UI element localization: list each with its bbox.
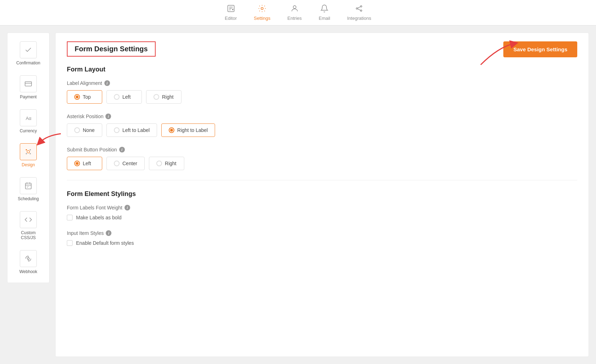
radio-dot-inner (170, 129, 173, 132)
radio-dot-inner (76, 162, 79, 165)
svg-point-7 (360, 6, 362, 7)
label-alignment-options: Top Left Right (67, 90, 577, 104)
radio-dot (74, 127, 80, 133)
input-item-styles-label: Input Item Styles i (67, 230, 577, 236)
sidebar: Confirmation Payment Aα Currency (7, 33, 50, 283)
svg-text:Aα: Aα (26, 116, 32, 121)
main-area: Confirmation Payment Aα Currency (0, 25, 596, 364)
sidebar-item-currency[interactable]: Aα Currency (10, 106, 46, 136)
top-nav: Editor Settings Entries Email (0, 0, 596, 25)
settings-icon (258, 4, 266, 14)
radio-dot (74, 161, 80, 166)
asterisk-none[interactable]: None (67, 123, 102, 137)
email-icon (320, 4, 329, 14)
confirmation-icon-box (20, 41, 37, 58)
submit-left[interactable]: Left (67, 157, 102, 170)
custom-css-icon-box (20, 211, 37, 228)
label-alignment-row: Label Alignment i Top Left (67, 80, 577, 104)
svg-point-16 (30, 149, 31, 151)
label-alignment-left[interactable]: Left (106, 90, 142, 104)
font-weight-label: Form Labels Font Weight i (67, 205, 577, 210)
webhook-icon-box (20, 250, 37, 267)
currency-icon-box: Aα (20, 109, 37, 126)
nav-editor-label: Editor (225, 16, 237, 21)
nav-email-label: Email (319, 16, 330, 21)
form-element-stylings-title: Form Element Stylings (67, 190, 577, 198)
sidebar-confirmation-label: Confirmation (16, 60, 40, 65)
editor-icon (227, 4, 235, 14)
asterisk-right-to-label[interactable]: Right to Label (161, 123, 215, 137)
svg-point-26 (27, 258, 29, 260)
svg-rect-19 (25, 183, 31, 189)
radio-dot (154, 94, 159, 100)
sidebar-custom-css-label: Custom CSS/JS (13, 230, 44, 240)
submit-button-position-label: Submit Button Position i (67, 147, 577, 152)
radio-dot (169, 127, 174, 133)
label-alignment-top[interactable]: Top (67, 90, 102, 104)
panel-header: Form Design Settings Save Design Setting… (67, 41, 577, 57)
form-layout-title: Form Layout (67, 66, 577, 73)
submit-position-info-icon: i (119, 147, 125, 152)
asterisk-left-to-label[interactable]: Left to Label (106, 123, 157, 137)
label-alignment-label: Label Alignment i (67, 80, 577, 86)
svg-point-6 (356, 8, 358, 9)
nav-entries[interactable]: Entries (288, 4, 302, 21)
font-weight-info-icon: i (125, 205, 130, 210)
save-design-settings-button[interactable]: Save Design Settings (503, 41, 577, 57)
label-alignment-info-icon: i (104, 80, 110, 86)
nav-settings[interactable]: Settings (254, 4, 271, 21)
svg-point-8 (360, 10, 362, 11)
svg-point-17 (26, 153, 27, 155)
svg-point-14 (27, 150, 29, 153)
checkbox-box (67, 215, 73, 220)
nav-settings-label: Settings (254, 16, 271, 21)
svg-point-4 (261, 7, 263, 10)
svg-point-5 (293, 6, 296, 8)
sidebar-item-custom-css[interactable]: Custom CSS/JS (10, 208, 46, 243)
scheduling-icon-box (20, 177, 37, 194)
svg-line-10 (358, 9, 360, 10)
form-layout-section: Form Layout Label Alignment i Top (67, 66, 577, 170)
sidebar-webhook-label: Webhook (19, 269, 37, 274)
panel-title: Form Design Settings (67, 41, 156, 57)
input-item-styles-info-icon: i (106, 230, 111, 236)
form-element-stylings-section: Form Element Stylings Form Labels Font W… (67, 190, 577, 246)
sidebar-scheduling-label: Scheduling (18, 196, 39, 201)
radio-dot (114, 94, 120, 100)
asterisk-position-label: Asterisk Position i (67, 114, 577, 119)
svg-point-15 (26, 149, 27, 151)
enable-default-form-styles-checkbox[interactable]: Enable Default form styles (67, 240, 577, 246)
submit-right[interactable]: Right (149, 157, 184, 170)
sidebar-currency-label: Currency (20, 128, 37, 133)
font-weight-row: Form Labels Font Weight i Make Labels as… (67, 205, 577, 220)
design-icon-box (20, 143, 37, 160)
label-alignment-right[interactable]: Right (146, 90, 181, 104)
nav-integrations-label: Integrations (347, 16, 371, 21)
asterisk-position-info-icon: i (105, 114, 111, 119)
make-labels-bold-checkbox[interactable]: Make Labels as bold (67, 215, 577, 220)
entries-icon (290, 4, 299, 14)
nav-editor[interactable]: Editor (225, 4, 237, 21)
radio-dot (114, 127, 120, 133)
submit-center[interactable]: Center (106, 157, 145, 170)
sidebar-payment-label: Payment (20, 94, 36, 99)
submit-button-position-row: Submit Button Position i Left Cen (67, 147, 577, 170)
radio-dot (156, 161, 162, 166)
submit-button-position-options: Left Center Right (67, 157, 577, 170)
content-panel: Form Design Settings Save Design Setting… (55, 33, 589, 357)
sidebar-item-scheduling[interactable]: Scheduling (10, 174, 46, 204)
nav-entries-label: Entries (288, 16, 302, 21)
asterisk-position-row: Asterisk Position i None Left to (67, 114, 577, 137)
payment-icon-box (20, 75, 37, 92)
asterisk-position-options: None Left to Label Right to Label (67, 123, 577, 137)
integrations-icon (355, 4, 363, 14)
nav-email[interactable]: Email (319, 4, 330, 21)
sidebar-item-payment[interactable]: Payment (10, 73, 46, 102)
input-item-styles-row: Input Item Styles i Enable Default form … (67, 230, 577, 246)
sidebar-item-confirmation[interactable]: Confirmation (10, 39, 46, 68)
sidebar-item-design[interactable]: Design (10, 140, 46, 170)
svg-line-9 (358, 7, 360, 8)
nav-integrations[interactable]: Integrations (347, 4, 371, 21)
sidebar-item-webhook[interactable]: Webhook (10, 247, 46, 277)
radio-dot (74, 94, 80, 100)
